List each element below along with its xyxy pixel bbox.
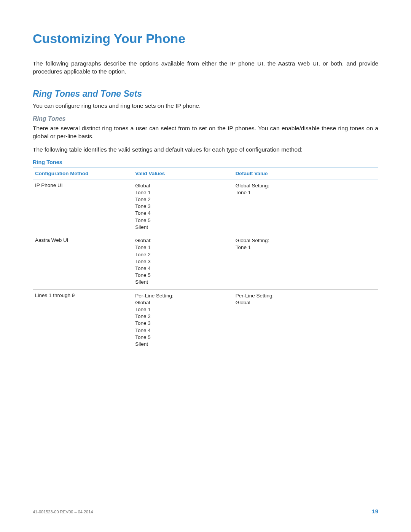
doc-id: 41-001523-00 REV00 – 04.2014 — [33, 510, 93, 514]
th-valid: Valid Values — [133, 168, 233, 179]
cell-valid: Per-Line Setting:GlobalTone 1Tone 2Tone … — [133, 289, 233, 351]
subsection-heading: Ring Tones — [33, 115, 378, 122]
cell-valid: Global:Tone 1Tone 2Tone 3Tone 4Tone 5Sil… — [133, 234, 233, 289]
page-footer: 41-001523-00 REV00 – 04.2014 19 — [33, 508, 378, 514]
page-number: 19 — [372, 508, 378, 514]
th-default: Default Value — [233, 168, 378, 179]
cell-default: Global Setting:Tone 1 — [233, 179, 378, 234]
cell-default: Global Setting:Tone 1 — [233, 234, 378, 289]
section-heading: Ring Tones and Tone Sets — [33, 89, 378, 99]
chapter-title: Customizing Your Phone — [33, 31, 378, 46]
th-method: Configuration Method — [33, 168, 133, 179]
intro-paragraph: The following paragraphs describe the op… — [33, 60, 378, 76]
table-row: Lines 1 through 9Per-Line Setting:Global… — [33, 289, 378, 351]
subsection-text-2: The following table identifies the valid… — [33, 146, 378, 154]
ring-tones-table: Configuration Method Valid Values Defaul… — [33, 168, 378, 351]
cell-method: Aastra Web UI — [33, 234, 133, 289]
cell-method: Lines 1 through 9 — [33, 289, 133, 351]
cell-method: IP Phone UI — [33, 179, 133, 234]
cell-valid: GlobalTone 1Tone 2Tone 3Tone 4Tone 5Sile… — [133, 179, 233, 234]
subsection-text-1: There are several distinct ring tones a … — [33, 125, 378, 141]
cell-default: Per-Line Setting:Global — [233, 289, 378, 351]
section-text: You can configure ring tones and ring to… — [33, 102, 378, 110]
table-row: IP Phone UIGlobalTone 1Tone 2Tone 3Tone … — [33, 179, 378, 234]
table-row: Aastra Web UIGlobal:Tone 1Tone 2Tone 3To… — [33, 234, 378, 289]
table-title: Ring Tones — [33, 159, 378, 165]
